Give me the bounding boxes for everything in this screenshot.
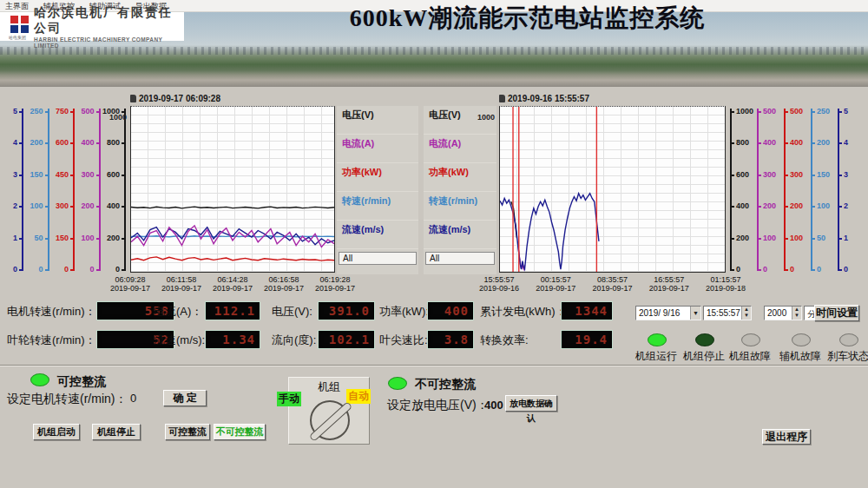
spinner-icon[interactable]: ▲▼ bbox=[792, 307, 801, 320]
axis-tick bbox=[70, 111, 75, 113]
axis-tick bbox=[811, 206, 815, 208]
axis-tick bbox=[757, 206, 761, 208]
discharge-confirm-button[interactable]: 放电数据确认 bbox=[505, 395, 557, 412]
axis-tick-label: 1 bbox=[13, 234, 17, 242]
readout-led-display: 400 bbox=[428, 302, 473, 320]
y-axis-4: 10008006004002000 bbox=[104, 106, 128, 273]
interval-input[interactable]: 2000▲▼ bbox=[764, 306, 802, 320]
axis-tick-label: 100 bbox=[30, 201, 43, 210]
y-axis-3: 250200150100500 bbox=[808, 106, 832, 273]
controlled-rectifier-label: 可控整流 bbox=[57, 374, 106, 390]
series-功率(kW) bbox=[131, 257, 334, 260]
readout-label: 电压(V): bbox=[272, 304, 312, 320]
chevron-down-icon[interactable]: ▼ bbox=[690, 307, 700, 320]
readout-led-display: 112.1 bbox=[206, 302, 260, 320]
chart-tool-icon[interactable] bbox=[499, 95, 505, 102]
axis-tick bbox=[730, 269, 734, 271]
axis-tick bbox=[811, 269, 815, 271]
axis-tick bbox=[838, 238, 842, 240]
axis-line bbox=[73, 109, 75, 270]
axis-tick bbox=[757, 175, 761, 176]
left-chart-timestamp: 2019-09-17 06:09:28 bbox=[130, 94, 220, 103]
readout-label: 流速(m/s): bbox=[154, 333, 205, 348]
axis-tick-label: 5 bbox=[844, 107, 848, 115]
axis-tick-label: 0 bbox=[38, 265, 43, 274]
status-light-label: 机组运行 bbox=[635, 349, 677, 364]
axis-tick-label: 0 bbox=[64, 265, 69, 274]
set-speed-value[interactable]: 0 bbox=[130, 392, 136, 405]
y-axis-4: 543210 bbox=[835, 106, 859, 273]
axis-tick bbox=[811, 111, 815, 113]
mode-knob-handle[interactable] bbox=[309, 401, 353, 442]
axis-tick bbox=[784, 269, 788, 271]
legend-all-dropdown[interactable]: All bbox=[425, 252, 495, 265]
x-tick-label: 08:35:572019-09-17 bbox=[582, 275, 643, 293]
axis-tick-label: 500 bbox=[763, 107, 776, 115]
x-tick-label: 16:55:572019-09-17 bbox=[639, 275, 700, 293]
set-voltage-value[interactable]: 400 bbox=[484, 399, 503, 412]
spinner-icon[interactable]: ▲▼ bbox=[741, 307, 751, 320]
axis-tick bbox=[838, 175, 842, 176]
right-chart-timestamp: 2019-09-16 15:55:57 bbox=[499, 94, 589, 103]
menu-item-0[interactable]: 主界面 bbox=[3, 0, 30, 13]
axis-tick bbox=[811, 142, 815, 144]
manual-mode-tag[interactable]: 手动 bbox=[277, 392, 301, 406]
readout-label: 累计发电(kWh)： bbox=[480, 304, 567, 320]
x-tick-label: 00:15:572019-09-17 bbox=[525, 275, 586, 293]
axis-tick bbox=[122, 269, 126, 271]
axis-tick bbox=[70, 238, 75, 240]
axis-tick bbox=[730, 111, 734, 113]
axis-tick-label: 400 bbox=[736, 201, 749, 210]
axis-tick-label: 0 bbox=[115, 265, 120, 274]
axis-tick-label: 50 bbox=[817, 234, 825, 242]
axis-tick-label: 300 bbox=[56, 201, 69, 210]
status-light-4 bbox=[839, 333, 858, 346]
set-speed-label: 设定电机转速(r/min)： bbox=[7, 392, 127, 407]
auto-mode-tag[interactable]: 自动 bbox=[346, 389, 371, 404]
readout-label: 电机转速(r/min)： bbox=[7, 304, 96, 320]
control-button-1[interactable]: 机组停止 bbox=[92, 424, 141, 440]
controlled-rectifier-light bbox=[30, 373, 49, 386]
left-chart-plot[interactable] bbox=[130, 106, 335, 273]
confirm-button[interactable]: 确 定 bbox=[163, 390, 207, 406]
axis-tick-label: 600 bbox=[56, 138, 69, 147]
axis-tick-label: 200 bbox=[107, 234, 120, 242]
page-title: 600kW潮流能示范电站监控系统 bbox=[187, 2, 868, 35]
right-chart-plot[interactable] bbox=[499, 106, 726, 273]
x-tick-label: 15:55:572019-09-16 bbox=[469, 275, 529, 293]
legend-item: 流速(m/s) bbox=[424, 221, 496, 249]
axis-line bbox=[124, 109, 126, 270]
axis-line bbox=[838, 109, 839, 270]
axis-tick bbox=[45, 238, 49, 240]
axis-tick-label: 50 bbox=[34, 234, 43, 242]
y-axis-1: 250200150100500 bbox=[28, 106, 52, 273]
readout-label: 叶轮转速(r/min)： bbox=[7, 333, 96, 348]
axis-tick-label: 400 bbox=[107, 201, 120, 210]
control-button-3[interactable]: 不可控整流 bbox=[214, 424, 266, 440]
company-name-cn: 哈尔滨电机厂有限责任公司 bbox=[34, 5, 181, 36]
axis-tick bbox=[838, 269, 842, 271]
time-set-button[interactable]: 时间设置 bbox=[814, 305, 859, 321]
axis-tick-label: 100 bbox=[763, 234, 776, 242]
time-picker[interactable]: 15:55:57▲▼ bbox=[703, 306, 752, 320]
date-picker[interactable]: 2019/ 9/16▼ bbox=[635, 306, 701, 320]
mode-knob[interactable] bbox=[310, 400, 350, 440]
y-axis-0: 543210 bbox=[2, 106, 26, 273]
axis-tick bbox=[45, 206, 49, 208]
control-button-2[interactable]: 可控整流 bbox=[165, 424, 210, 440]
axis-tick bbox=[784, 238, 788, 240]
axis-tick bbox=[96, 206, 101, 208]
axis-tick-label: 200 bbox=[736, 234, 749, 242]
control-button-0[interactable]: 机组启动 bbox=[33, 424, 80, 440]
status-light-0 bbox=[648, 333, 667, 346]
axis-tick bbox=[45, 111, 49, 113]
legend-all-dropdown[interactable]: All bbox=[339, 252, 417, 265]
series-流速(m/s) bbox=[500, 194, 599, 269]
axis-tick bbox=[757, 142, 761, 144]
axis-tick-label: 100 bbox=[81, 234, 94, 242]
exit-program-button[interactable]: 退出程序 bbox=[762, 429, 811, 445]
chart-tool-icon[interactable] bbox=[130, 95, 136, 102]
axis-tick-label: 4 bbox=[13, 138, 17, 147]
left-chart-ymax: 1000 bbox=[90, 113, 127, 122]
readout-led-display: 1344 bbox=[562, 302, 612, 320]
